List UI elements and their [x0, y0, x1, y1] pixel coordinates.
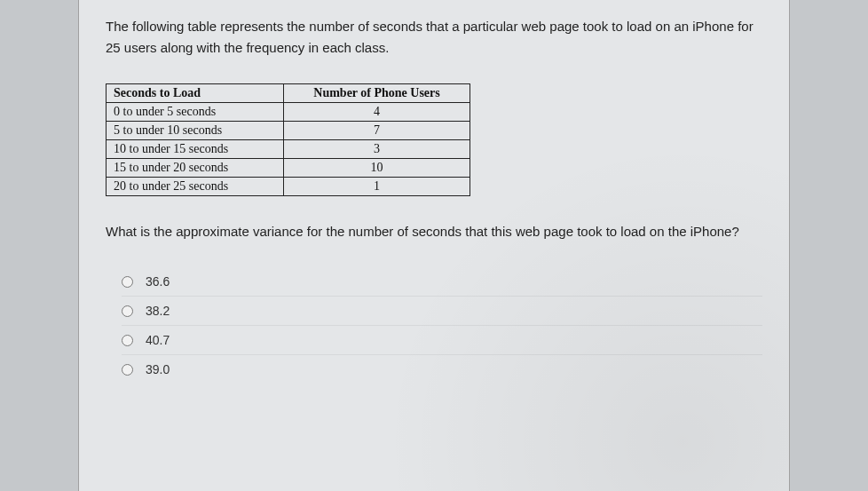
option-c[interactable]: 40.7 [122, 325, 762, 354]
table-cell-seconds: 10 to under 15 seconds [107, 140, 284, 159]
table-cell-users: 4 [284, 103, 470, 122]
table-row: 5 to under 10 seconds 7 [107, 122, 470, 140]
table-header-users: Number of Phone Users [284, 84, 470, 103]
table-header-row: Seconds to Load Number of Phone Users [107, 84, 470, 103]
table-cell-seconds: 0 to under 5 seconds [107, 103, 284, 122]
table-row: 0 to under 5 seconds 4 [107, 103, 470, 122]
table-header-seconds: Seconds to Load [107, 84, 284, 103]
frequency-table: Seconds to Load Number of Phone Users 0 … [106, 83, 470, 196]
options-list: 36.6 38.2 40.7 39.0 [122, 267, 762, 384]
option-label: 39.0 [146, 362, 170, 376]
table-cell-seconds: 15 to under 20 seconds [107, 159, 284, 178]
table-cell-users: 10 [284, 159, 470, 178]
question-paragraph: What is the approximate variance for the… [106, 221, 762, 242]
option-label: 40.7 [146, 333, 170, 347]
table-row: 15 to under 20 seconds 10 [107, 159, 470, 178]
option-d[interactable]: 39.0 [122, 354, 762, 384]
option-b[interactable]: 38.2 [122, 296, 762, 325]
intro-paragraph: The following table represents the numbe… [106, 16, 762, 59]
radio-icon[interactable] [122, 276, 133, 288]
table-cell-seconds: 20 to under 25 seconds [107, 178, 284, 196]
option-label: 38.2 [146, 304, 170, 318]
radio-icon[interactable] [122, 335, 133, 346]
radio-icon[interactable] [122, 305, 133, 317]
radio-icon[interactable] [122, 364, 133, 376]
table-cell-users: 3 [284, 140, 470, 159]
table-row: 10 to under 15 seconds 3 [107, 140, 470, 159]
table-cell-users: 7 [284, 122, 470, 140]
question-panel: The following table represents the numbe… [78, 0, 790, 491]
table-row: 20 to under 25 seconds 1 [107, 178, 470, 196]
option-a[interactable]: 36.6 [122, 267, 762, 296]
option-label: 36.6 [146, 274, 170, 289]
table-cell-seconds: 5 to under 10 seconds [107, 122, 284, 140]
table-cell-users: 1 [284, 178, 470, 196]
